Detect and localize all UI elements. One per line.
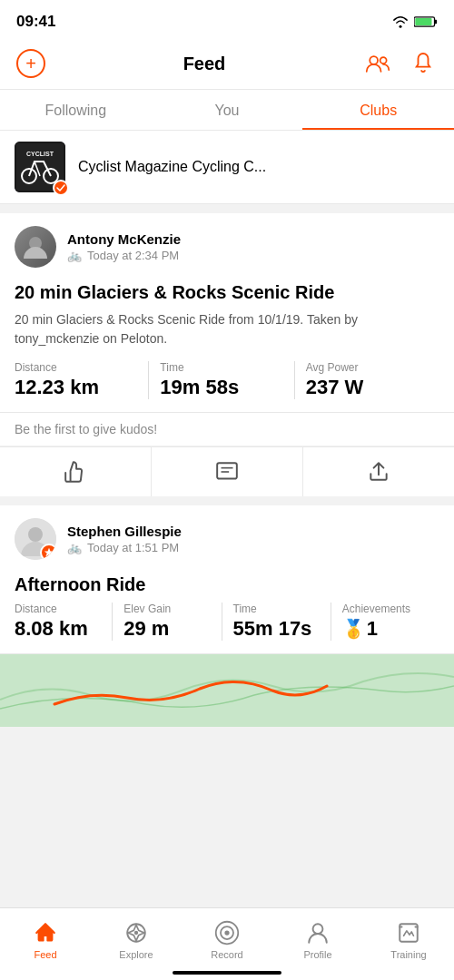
bike-icon-2: 🚲 (67, 541, 82, 554)
people-icon (365, 54, 390, 74)
nav-icon-training (396, 920, 421, 946)
tab-clubs[interactable]: Clubs (302, 90, 454, 130)
achievement-icon: 🥇 (342, 618, 365, 640)
tab-following[interactable]: Following (0, 90, 152, 130)
nav-label-explore: Explore (119, 949, 153, 960)
comment-button-1[interactable] (152, 447, 303, 496)
activity-title-2: Afternoon Ride (0, 569, 454, 603)
share-button-1[interactable] (303, 447, 454, 496)
svg-point-15 (28, 527, 43, 542)
app-header: + Feed (0, 40, 454, 90)
notifications-button[interactable] (407, 47, 439, 80)
achievement-badge-2: 🥇 1 (342, 617, 429, 641)
activity-card-1: Antony McKenzie 🚲 Today at 2:34 PM 20 mi… (0, 213, 454, 496)
nav-item-profile[interactable]: Profile (272, 908, 363, 971)
svg-rect-26 (399, 926, 402, 927)
main-content: CYCLIST Cyclist Magazine Cycling C... (0, 131, 454, 818)
user-name-1: Antony McKenzie (67, 231, 439, 247)
header-left: + (15, 47, 47, 80)
activity-timestamp-2: Today at 1:51 PM (87, 541, 179, 554)
stats-row-1: Distance 12.23 km Time 19m 58s Avg Power… (0, 361, 454, 413)
tab-you[interactable]: You (152, 90, 303, 130)
status-time: 09:41 (16, 13, 55, 31)
svg-rect-1 (435, 20, 438, 24)
activity-description-1: 20 min Glaciers & Rocks Scenic Ride from… (0, 310, 454, 361)
activity-header-1: Antony McKenzie 🚲 Today at 2:34 PM (0, 213, 454, 277)
section-divider (0, 204, 454, 213)
user-info-1: Antony McKenzie 🚲 Today at 2:34 PM (67, 231, 439, 262)
svg-text:CYCLIST: CYCLIST (26, 151, 54, 157)
club-item[interactable]: CYCLIST Cyclist Magazine Cycling C... (0, 131, 454, 204)
stat-value-time-1: 19m 58s (160, 376, 282, 399)
activity-timestamp-1: Today at 2:34 PM (87, 249, 179, 262)
bike-icon-1: 🚲 (67, 249, 82, 262)
stat-value-time-2: 55m 17s (233, 617, 320, 641)
club-avatar-wrap: CYCLIST (15, 142, 65, 192)
wifi-icon (392, 15, 409, 28)
nav-item-record[interactable]: Record (182, 908, 272, 971)
user-name-2: Stephen Gillespie (67, 524, 439, 539)
action-bar-1 (0, 446, 454, 496)
kudos-text-1: Be the first to give kudos! (0, 413, 454, 446)
nav-icon-record (214, 920, 240, 946)
stat-label-power-1: Avg Power (306, 361, 429, 374)
nav-icon-profile (305, 920, 331, 946)
kudos-button-1[interactable] (0, 447, 152, 496)
svg-rect-2 (415, 18, 431, 25)
stat-value-elev-2: 29 m (123, 617, 210, 641)
nav-label-record: Record (211, 949, 242, 960)
verified-badge (53, 180, 69, 196)
user-avatar-1 (15, 226, 56, 268)
svg-point-23 (224, 930, 229, 935)
comment-icon (215, 460, 239, 484)
svg-rect-11 (217, 463, 237, 478)
activity-header-2: Stephen Gillespie 🚲 Today at 1:51 PM (0, 505, 454, 569)
stat-label-time-2: Time (233, 603, 320, 615)
stat-power-1: Avg Power 237 W (306, 361, 439, 399)
nav-icon-explore (123, 920, 149, 946)
add-button[interactable]: + (15, 47, 47, 80)
stat-value-distance-1: 12.23 km (15, 376, 137, 399)
stat-achievements-2: Achievements 🥇 1 (342, 603, 439, 641)
nav-item-training[interactable]: Training (363, 908, 454, 971)
nav-label-training: Training (390, 949, 426, 960)
nav-icon-feed (33, 920, 58, 946)
nav-item-feed[interactable]: Feed (0, 908, 91, 971)
stat-value-power-1: 237 W (306, 376, 429, 399)
status-icons (392, 15, 438, 28)
bell-icon (413, 52, 433, 75)
header-title: Feed (183, 54, 226, 74)
svg-point-4 (380, 57, 387, 64)
share-icon (367, 460, 390, 484)
strava-badge (40, 544, 56, 560)
people-button[interactable] (361, 47, 394, 80)
stat-label-elev-2: Elev Gain (123, 603, 210, 615)
status-bar: 09:41 (0, 0, 454, 40)
activity-card-2: Stephen Gillespie 🚲 Today at 1:51 PM Aft… (0, 505, 454, 727)
battery-icon (414, 15, 438, 28)
plus-circle-icon: + (16, 49, 45, 78)
nav-label-profile: Profile (303, 949, 331, 960)
stat-time-1: Time 19m 58s (160, 361, 294, 399)
club-name: Cyclist Magazine Cycling C... (78, 159, 266, 175)
svg-marker-16 (44, 548, 54, 557)
map-preview-2 (0, 654, 454, 727)
stat-label-time-1: Time (160, 361, 282, 374)
stat-label-distance-1: Distance (15, 361, 137, 374)
activity-meta-2: 🚲 Today at 1:51 PM (67, 541, 439, 554)
user-info-2: Stephen Gillespie 🚲 Today at 1:51 PM (67, 524, 439, 554)
stat-distance-2: Distance 8.08 km (15, 603, 113, 641)
achievement-count: 1 (367, 617, 378, 641)
nav-item-explore[interactable]: Explore (91, 908, 182, 971)
bottom-nav: Feed Explore Record (0, 907, 454, 980)
home-indicator (173, 971, 281, 975)
activity-meta-1: 🚲 Today at 2:34 PM (67, 249, 439, 262)
activity-title-1: 20 min Glaciers & Rocks Scenic Ride (0, 277, 454, 310)
nav-label-feed: Feed (34, 949, 56, 960)
svg-rect-27 (415, 926, 419, 927)
thumbs-up-icon (64, 460, 87, 484)
stat-distance-1: Distance 12.23 km (15, 361, 149, 399)
stat-time-2: Time 55m 17s (233, 603, 331, 641)
tabs-bar: Following You Clubs (0, 90, 454, 131)
svg-point-20 (134, 930, 138, 934)
